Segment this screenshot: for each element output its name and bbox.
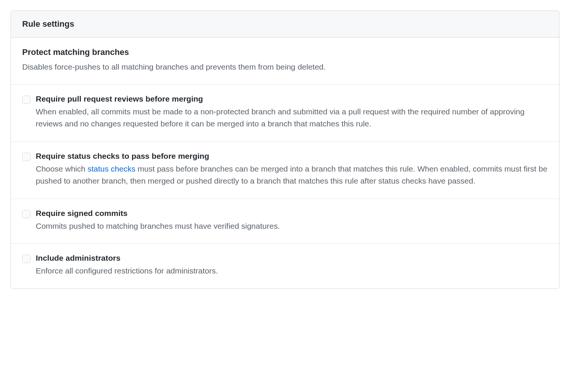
rule-description: Choose which status checks must pass bef… (36, 163, 548, 187)
rule-description-text: Choose which (36, 164, 88, 173)
rule-content: Require signed commitsCommits pushed to … (36, 209, 548, 232)
rule-content: Include administratorsEnforce all config… (36, 254, 548, 277)
rule-description-text: Commits pushed to matching branches must… (36, 222, 280, 230)
rule-content: Require pull request reviews before merg… (36, 94, 548, 130)
rule-item-require-status-checks: Require status checks to pass before mer… (11, 142, 559, 199)
intro-title: Protect matching branches (22, 47, 548, 57)
rule-settings-panel: Rule settings Protect matching branches … (11, 11, 559, 289)
intro-section: Protect matching branches Disables force… (11, 38, 559, 85)
rule-description: Commits pushed to matching branches must… (36, 220, 548, 232)
rule-item-require-pr-reviews: Require pull request reviews before merg… (11, 85, 559, 142)
rules-container: Require pull request reviews before merg… (11, 85, 559, 289)
checkbox-require-status-checks[interactable] (22, 153, 30, 161)
rule-item-include-administrators: Include administratorsEnforce all config… (11, 244, 559, 289)
rule-description-text: Enforce all configured restrictions for … (36, 266, 218, 275)
rule-item-require-signed-commits: Require signed commitsCommits pushed to … (11, 199, 559, 244)
rule-description-text: When enabled, all commits must be made t… (36, 107, 524, 128)
panel-title: Rule settings (22, 19, 548, 29)
rule-title: Include administrators (36, 254, 548, 263)
checkbox-require-signed-commits[interactable] (22, 210, 30, 218)
rule-title: Require pull request reviews before merg… (36, 94, 548, 103)
rule-description: Enforce all configured restrictions for … (36, 265, 548, 277)
checkbox-include-administrators[interactable] (22, 255, 30, 263)
checkbox-require-pr-reviews[interactable] (22, 96, 30, 104)
rule-content: Require status checks to pass before mer… (36, 152, 548, 187)
rule-title: Require status checks to pass before mer… (36, 152, 548, 161)
rule-description: When enabled, all commits must be made t… (36, 106, 548, 130)
status-checks-link[interactable]: status checks (88, 164, 135, 173)
intro-description: Disables force-pushes to all matching br… (22, 61, 548, 73)
panel-header: Rule settings (11, 11, 559, 38)
rule-title: Require signed commits (36, 209, 548, 218)
